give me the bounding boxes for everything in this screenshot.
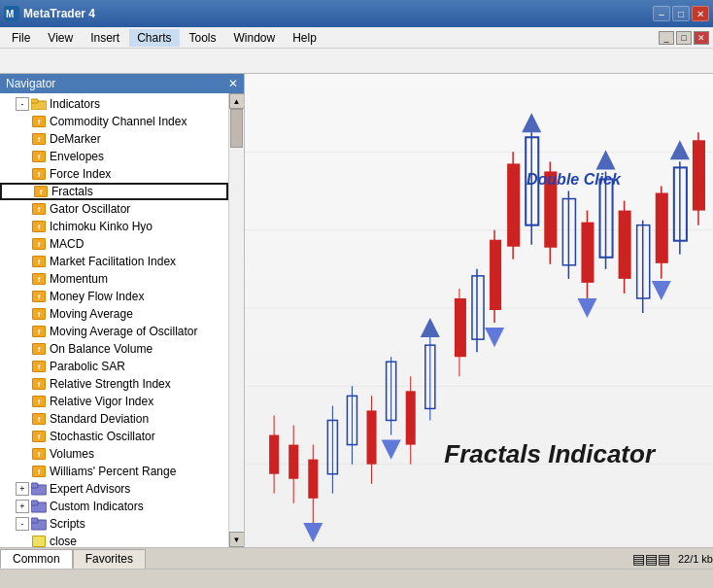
- momentum-label: Momentum: [50, 272, 108, 286]
- menu-insert[interactable]: Insert: [83, 29, 127, 47]
- tree-item-gator[interactable]: f Gator Oscillator: [0, 200, 228, 218]
- stoch-label: Stochastic Oscillator: [50, 430, 155, 443]
- scrollbar-thumb[interactable]: [230, 109, 243, 148]
- svg-marker-65: [303, 523, 323, 542]
- menu-window[interactable]: Window: [226, 29, 284, 47]
- tree-item-stddev[interactable]: f Standard Deviation: [0, 410, 228, 428]
- tree-item-envelopes[interactable]: f Envelopes: [0, 148, 228, 165]
- rvi-label: Relative Vigor Index: [50, 395, 153, 408]
- menu-file[interactable]: File: [4, 29, 38, 47]
- obv-label: On Balance Volume: [50, 342, 153, 356]
- indicators-section[interactable]: - Indicators: [0, 95, 228, 113]
- svg-rect-5: [31, 483, 38, 488]
- title-bar-controls: – □ ✕: [653, 6, 709, 21]
- demarker-label: DeMarker: [50, 132, 101, 146]
- menu-charts[interactable]: Charts: [129, 29, 179, 47]
- tree-item-volumes[interactable]: f Volumes: [0, 445, 228, 463]
- menu-help[interactable]: Help: [285, 29, 324, 47]
- scroll-up-button[interactable]: ▲: [229, 93, 245, 109]
- tree-item-demarker[interactable]: f DeMarker: [0, 130, 228, 148]
- scroll-down-button[interactable]: ▼: [229, 532, 245, 547]
- svg-marker-69: [652, 281, 671, 300]
- mwc-minimize[interactable]: _: [659, 31, 674, 45]
- menu-view[interactable]: View: [40, 29, 81, 47]
- svg-marker-66: [382, 440, 401, 460]
- ea-label: Expert Advisors: [50, 482, 130, 496]
- svg-rect-60: [693, 140, 705, 210]
- tree-item-rsi[interactable]: f Relative Strength Index: [0, 375, 228, 393]
- expand-ci[interactable]: +: [16, 500, 29, 513]
- svg-rect-26: [367, 410, 377, 464]
- tree-item-ma[interactable]: f Moving Average: [0, 305, 228, 323]
- tree-item-psar[interactable]: f Parabolic SAR: [0, 358, 228, 375]
- navigator-panel: Navigator ✕ - Indicators f: [0, 74, 245, 547]
- indicator-icon-mao: f: [31, 325, 47, 338]
- tree-item-wpr[interactable]: f Williams' Percent Range: [0, 463, 228, 480]
- expand-scripts[interactable]: -: [16, 517, 29, 531]
- ichimoku-label: Ichimoku Kinko Hyo: [50, 220, 153, 233]
- tree-item-mfi[interactable]: f Market Facilitation Index: [0, 253, 228, 270]
- status-tabs: Common Favorites ▤▤▤ 22/1 kb: [0, 547, 713, 569]
- tree-item-ea[interactable]: + Expert Advisors: [0, 480, 228, 498]
- tree-item-fractals[interactable]: f Fractals: [0, 183, 228, 200]
- svg-rect-52: [619, 211, 631, 279]
- tree-item-stoch[interactable]: f Stochastic Oscillator: [0, 428, 228, 445]
- app-icon: M: [4, 6, 19, 21]
- svg-rect-34: [455, 298, 466, 357]
- svg-marker-64: [670, 140, 690, 159]
- minimize-button[interactable]: –: [653, 6, 670, 21]
- indicator-icon-macd: f: [31, 237, 47, 251]
- scripts-label: Scripts: [50, 517, 85, 531]
- svg-marker-67: [485, 328, 504, 347]
- ci-folder-icon: [31, 500, 47, 513]
- navigator-close-button[interactable]: ✕: [228, 77, 238, 90]
- force-label: Force Index: [50, 167, 111, 181]
- indicator-icon-demarker: f: [31, 132, 47, 146]
- expand-ea[interactable]: +: [16, 482, 29, 496]
- indicator-icon-moneyflow: f: [31, 290, 47, 303]
- tree-item-macd[interactable]: f MACD: [0, 235, 228, 253]
- svg-rect-9: [31, 518, 38, 523]
- menu-tools[interactable]: Tools: [182, 29, 224, 47]
- stddev-label: Standard Deviation: [50, 412, 149, 426]
- status-size: 22/1 kb: [678, 553, 713, 565]
- mwc-close[interactable]: ✕: [694, 31, 709, 45]
- mfi-label: Market Facilitation Index: [50, 255, 176, 268]
- tree-item-ci[interactable]: + Custom Indicators: [0, 498, 228, 515]
- tab-common[interactable]: Common: [0, 549, 73, 569]
- tree-item-moneyflow[interactable]: f Money Flow Index: [0, 288, 228, 305]
- tree-item-cci[interactable]: f Commodity Channel Index: [0, 113, 228, 130]
- tree-item-obv[interactable]: f On Balance Volume: [0, 340, 228, 358]
- mwc-restore[interactable]: □: [676, 31, 692, 45]
- indicators-label: Indicators: [50, 97, 100, 111]
- svg-marker-62: [522, 113, 541, 132]
- tree-item-momentum[interactable]: f Momentum: [0, 270, 228, 288]
- svg-rect-38: [490, 240, 501, 310]
- maximize-button[interactable]: □: [672, 6, 690, 21]
- toolbar: [0, 49, 713, 74]
- indicator-icon-wpr: f: [31, 465, 47, 478]
- indicator-icon-rvi: f: [31, 395, 47, 408]
- tree-item-ichimoku[interactable]: f Ichimoku Kinko Hyo: [0, 218, 228, 235]
- svg-rect-36: [472, 276, 484, 339]
- indicator-icon-volumes: f: [31, 447, 47, 461]
- status-bar: [0, 569, 713, 588]
- tree-item-force[interactable]: f Force Index: [0, 165, 228, 183]
- indicator-icon-psar: f: [31, 360, 47, 373]
- indicator-icon-stddev: f: [31, 412, 47, 426]
- tree-item-scripts[interactable]: - Scripts: [0, 515, 228, 533]
- tree-list: - Indicators f Commodity Channel Index: [0, 93, 228, 547]
- wpr-label: Williams' Percent Range: [50, 465, 176, 478]
- tab-favorites[interactable]: Favorites: [73, 549, 146, 569]
- expand-icon[interactable]: -: [16, 97, 29, 111]
- volumes-label: Volumes: [50, 447, 94, 461]
- indicator-icon-momentum: f: [31, 272, 47, 286]
- tree-item-close[interactable]: close: [0, 533, 228, 547]
- gator-label: Gator Oscillator: [50, 202, 130, 216]
- tree-item-rvi[interactable]: f Relative Vigor Index: [0, 393, 228, 410]
- indicator-icon-cci: f: [31, 115, 47, 128]
- moneyflow-label: Money Flow Index: [50, 290, 144, 303]
- close-button[interactable]: ✕: [692, 6, 709, 21]
- status-right: ▤▤▤ 22/1 kb: [632, 551, 713, 567]
- tree-item-mao[interactable]: f Moving Average of Oscillator: [0, 323, 228, 340]
